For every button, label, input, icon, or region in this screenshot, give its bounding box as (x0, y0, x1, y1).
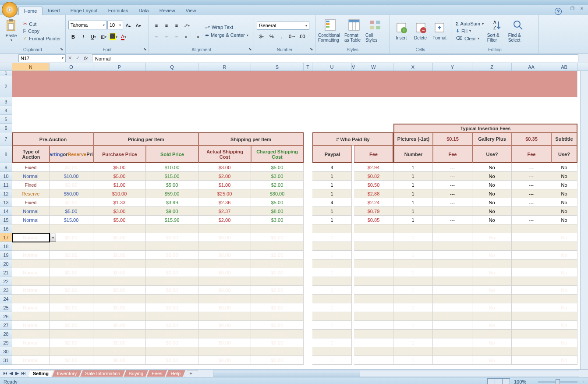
cell-R29[interactable]: $0.00 (198, 338, 251, 347)
cell-O12[interactable]: $50.00 (50, 189, 93, 198)
format-button[interactable]: Format (431, 16, 448, 45)
fill-color-button[interactable]: ⬛▾ (109, 32, 118, 42)
cell-W16[interactable] (354, 224, 393, 233)
cell-R7[interactable]: Shipping per Item (198, 132, 304, 146)
row-header-28[interactable]: 28 (0, 330, 12, 338)
cell-AB17[interactable]: No (551, 233, 577, 242)
cell-R9[interactable]: $3.00 (198, 163, 251, 172)
sheet-tab-sale-information[interactable]: Sale Information (80, 370, 125, 377)
cell-P21[interactable]: $0.00 (93, 268, 146, 277)
clear-button[interactable]: ⌫Clear▾ (454, 35, 485, 42)
cell-O10[interactable]: $10.00 (50, 172, 93, 181)
cell-Q17[interactable]: $0.00 (146, 233, 198, 242)
cell-AB8[interactable]: Use? (551, 146, 577, 163)
cell-W30[interactable] (354, 347, 393, 356)
cell-U12[interactable]: 1 (312, 189, 352, 198)
col-header-N[interactable]: N (12, 63, 50, 71)
cell-AB20[interactable]: No (551, 260, 577, 268)
row-header-20[interactable]: 20 (0, 260, 12, 268)
cell-U27[interactable]: 1 (312, 321, 352, 330)
cell-AA8[interactable]: Fee (512, 146, 551, 163)
cell-X10[interactable]: 1 (393, 172, 433, 181)
align-middle-button[interactable]: ≡ (162, 21, 171, 30)
cell-O9[interactable]: $0.00 (50, 163, 93, 172)
cell-AA31[interactable] (512, 356, 551, 365)
row-header-31[interactable]: 31 (0, 356, 12, 365)
cell-Y15[interactable]: --- (433, 216, 472, 224)
cell-X27[interactable]: 1 (393, 321, 433, 330)
cell-Z8[interactable]: Use? (472, 146, 512, 163)
row-header-22[interactable]: 22 (0, 277, 12, 286)
cell-AA9[interactable]: --- (512, 163, 551, 172)
cell-Z26[interactable]: No (472, 312, 512, 321)
cell-O21[interactable]: $0.00 (50, 268, 93, 277)
cell-O17[interactable]: $0.00 (50, 233, 93, 242)
name-box[interactable]: N17▾ (18, 54, 66, 62)
cell-AA13[interactable]: --- (512, 198, 551, 207)
underline-button[interactable]: U▾ (89, 32, 98, 42)
col-header-T[interactable]: T (304, 63, 312, 71)
col-header-AA[interactable]: AA (512, 63, 551, 71)
insert-sheet-icon[interactable]: ✦ (184, 370, 198, 377)
cell-R20[interactable]: $0.00 (198, 260, 251, 268)
cell-AA25[interactable] (512, 303, 551, 312)
cell-R30[interactable]: $0.00 (198, 347, 251, 356)
format-as-table-button[interactable]: Format as Table (344, 16, 364, 45)
row-header-27[interactable]: 27 (0, 321, 12, 330)
dialog-launcher-icon[interactable]: ⬊ (248, 47, 253, 52)
cell-P18[interactable]: $0.00 (93, 242, 146, 251)
cell-W24[interactable] (354, 295, 393, 303)
cell-N25[interactable]: Normal (12, 303, 50, 312)
cell-Z11[interactable]: No (472, 181, 512, 189)
sheet-tab-help[interactable]: Help (166, 370, 186, 377)
cell-S20[interactable]: $0.00 (251, 260, 304, 268)
cell-U14[interactable]: 1 (312, 207, 352, 216)
tab-insert[interactable]: Insert (43, 7, 65, 15)
col-header-Z[interactable]: Z (472, 63, 512, 71)
cell-Q20[interactable]: $0.00 (146, 260, 198, 268)
cell-U15[interactable]: 1 (312, 216, 352, 224)
cell-AB14[interactable]: No (551, 207, 577, 216)
row-header-4[interactable]: 4 (0, 106, 12, 115)
cell-P16[interactable]: $0.00 (93, 224, 146, 233)
cell-P19[interactable]: $0.00 (93, 251, 146, 260)
cell-X25[interactable]: 1 (393, 303, 433, 312)
cell-U9[interactable]: 4 (312, 163, 352, 172)
cell-Y31[interactable] (433, 356, 472, 365)
cell-U17[interactable]: 1 (312, 233, 352, 242)
cell-AA11[interactable]: --- (512, 181, 551, 189)
tab-view[interactable]: View (181, 7, 202, 15)
cell-U16[interactable]: 1 (312, 224, 352, 233)
cell-Q11[interactable]: $5.00 (146, 181, 198, 189)
row-header-16[interactable]: 16 (0, 224, 12, 233)
cell-W21[interactable] (354, 268, 393, 277)
cell-N16[interactable]: Normal (12, 224, 50, 233)
cell-AA19[interactable] (512, 251, 551, 260)
cell-AA27[interactable] (512, 321, 551, 330)
cell-R8[interactable]: Actual Shipping Cost (198, 146, 251, 163)
row-header-10[interactable]: 10 (0, 172, 12, 181)
cell-O13[interactable]: $0.00 (50, 198, 93, 207)
cell-Z23[interactable]: No (472, 286, 512, 295)
cell-Y12[interactable]: --- (433, 189, 472, 198)
conditional-formatting-button[interactable]: Conditional Formatting (318, 16, 343, 45)
decrease-indent-button[interactable]: ⇤ (182, 32, 191, 42)
cell-X15[interactable]: 1 (393, 216, 433, 224)
align-right-button[interactable]: ≡ (172, 32, 181, 42)
cell-Q24[interactable]: $0.00 (146, 295, 198, 303)
cell-AA23[interactable] (512, 286, 551, 295)
cell-U31[interactable]: 1 (312, 356, 352, 365)
cell-P11[interactable]: $1.00 (93, 181, 146, 189)
cell-AA21[interactable] (512, 268, 551, 277)
cell-S25[interactable]: $0.00 (251, 303, 304, 312)
cell-N7[interactable]: Pre-Auction (12, 132, 93, 146)
sheet-nav-prev-icon[interactable]: ◀ (8, 370, 14, 376)
cell-Q15[interactable]: $15.96 (146, 216, 198, 224)
cell-P31[interactable]: $0.00 (93, 356, 146, 365)
cell-Q26[interactable]: $0.00 (146, 312, 198, 321)
row-header-2[interactable]: 2 (0, 75, 12, 97)
currency-button[interactable]: $▾ (257, 32, 266, 41)
cell-AB15[interactable]: No (551, 216, 577, 224)
cell-N28[interactable]: Normal (12, 330, 50, 338)
cell-P10[interactable]: $5.00 (93, 172, 146, 181)
